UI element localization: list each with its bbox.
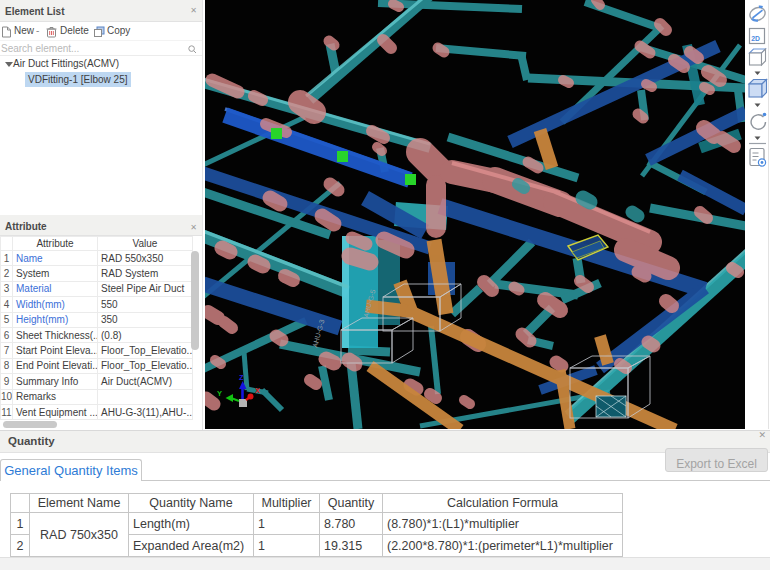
svg-text:Z: Z bbox=[239, 373, 244, 382]
svg-text:2D: 2D bbox=[751, 35, 760, 42]
svg-text:X: X bbox=[255, 386, 260, 395]
svg-text:Y: Y bbox=[217, 389, 222, 398]
